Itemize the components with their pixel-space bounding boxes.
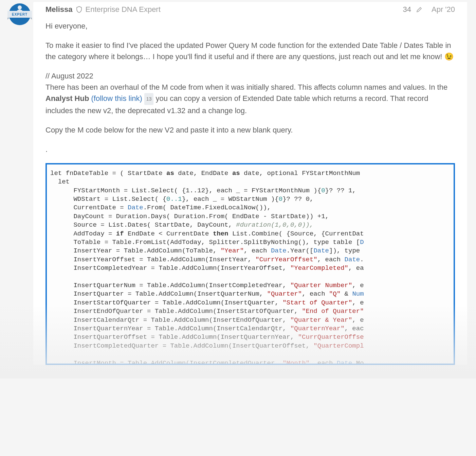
update-label: // August 2022	[45, 72, 93, 80]
user-role: Enterprise DNA Expert	[86, 5, 161, 14]
link-click-badge: 13	[144, 93, 154, 105]
paragraph-update: // August 2022 There has been an overhau…	[45, 70, 455, 116]
paragraph-intro: To make it easier to find I've placed th…	[45, 40, 455, 62]
follow-link[interactable]: (follow this link)	[91, 94, 142, 103]
shield-icon	[76, 6, 82, 13]
avatar[interactable]: EXPERT	[9, 3, 31, 25]
avatar-ribbon: EXPERT	[7, 11, 32, 18]
code-content[interactable]: let fnDateTable = ( StartDate as date, E…	[47, 164, 454, 364]
edit-count[interactable]: 34	[403, 5, 411, 14]
code-scroll-region[interactable]: let fnDateTable = ( StartDate as date, E…	[47, 164, 454, 364]
post-header: Melissa Enterprise DNA Expert 34 Apr '20	[45, 5, 455, 20]
post-body: Hi everyone, To make it easier to find I…	[45, 20, 455, 365]
pencil-icon[interactable]	[416, 6, 423, 13]
paragraph-instruction: Copy the M code below for the new V2 and…	[45, 124, 455, 136]
lone-dot: .	[45, 144, 455, 155]
post-date[interactable]: Apr '20	[432, 5, 455, 14]
avatar-glyph-head	[18, 5, 22, 10]
greeting: Hi everyone,	[45, 20, 455, 32]
code-block: let fnDateTable = ( StartDate as date, E…	[45, 163, 455, 365]
avatar-column: EXPERT	[6, 2, 33, 25]
username[interactable]: Melissa	[45, 5, 73, 14]
update-text-a: There has been an overhaul of the M code…	[45, 83, 447, 91]
analyst-hub-strong: Analyst Hub	[45, 94, 89, 103]
post-container: Melissa Enterprise DNA Expert 34 Apr '20…	[33, 2, 467, 365]
